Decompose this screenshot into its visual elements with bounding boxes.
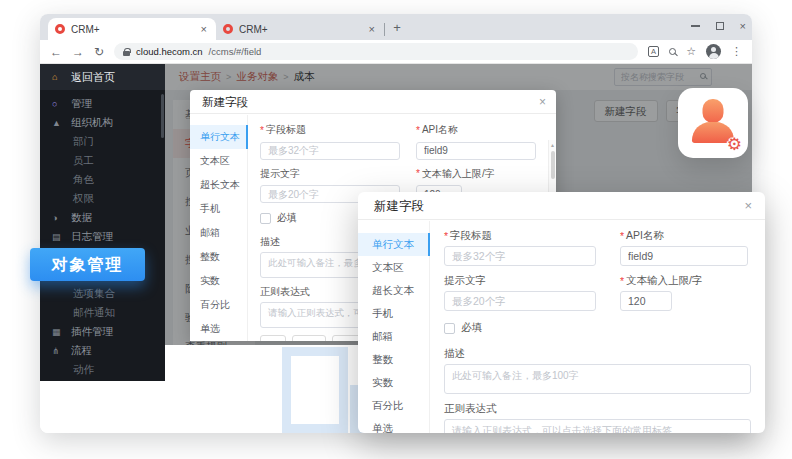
tab-title: CRM+ bbox=[71, 24, 199, 35]
sidebar-item[interactable]: ◑数据 bbox=[40, 208, 165, 227]
field-type-tab[interactable]: 文本区 bbox=[190, 149, 247, 173]
required-asterisk: * bbox=[444, 230, 448, 242]
browser-tab-active[interactable]: CRM+ × bbox=[48, 18, 216, 40]
field-type-tab[interactable]: 实数 bbox=[358, 371, 429, 394]
sidebar-item[interactable]: ⋔流程 bbox=[40, 341, 165, 360]
sidebar-item[interactable]: 部门 bbox=[40, 132, 165, 151]
scrollbar-thumb[interactable] bbox=[551, 151, 555, 179]
crm-favicon-icon bbox=[223, 24, 233, 34]
field-type-tab[interactable]: 单选 bbox=[358, 417, 429, 433]
data-icon: ◑ bbox=[52, 213, 67, 223]
api-name-input[interactable] bbox=[416, 142, 536, 160]
sidebar-item-label: 管理 bbox=[71, 97, 92, 111]
required-asterisk: * bbox=[260, 125, 264, 136]
log-icon: ▤ bbox=[52, 232, 67, 242]
field-type-tab[interactable]: 多选 bbox=[190, 341, 247, 345]
sidebar-item[interactable]: ⌂返回首页 bbox=[40, 64, 165, 90]
url-bar: ← → ↻ cloud.hecom.cn/ccms/#/field A ☆ ⋮ bbox=[40, 40, 752, 64]
maximize-button[interactable] bbox=[716, 22, 724, 30]
api-name-input[interactable] bbox=[620, 246, 748, 266]
address-input[interactable]: cloud.hecom.cn/ccms/#/field bbox=[114, 43, 638, 60]
zoom-search-icon[interactable] bbox=[669, 48, 676, 55]
sidebar-item[interactable]: ▦插件管理 bbox=[40, 322, 165, 341]
field-type-tab[interactable]: 邮箱 bbox=[358, 325, 429, 348]
field-title-input[interactable] bbox=[260, 142, 400, 160]
translate-icon[interactable]: A bbox=[648, 46, 659, 57]
tab-close-icon[interactable]: × bbox=[199, 23, 209, 36]
sidebar-item[interactable]: 邮件通知 bbox=[40, 303, 165, 322]
field-type-tab[interactable]: 文本区 bbox=[358, 256, 429, 279]
browser-menu-icon[interactable]: ⋮ bbox=[731, 46, 742, 57]
forward-icon[interactable]: → bbox=[72, 46, 84, 58]
reload-icon[interactable]: ↻ bbox=[94, 46, 104, 58]
field-type-tab[interactable]: 邮箱 bbox=[190, 221, 247, 245]
text-limit-label: 文本输入上限/字 bbox=[422, 167, 495, 181]
field-type-tab[interactable]: 超长文本 bbox=[358, 279, 429, 302]
field-type-tab[interactable]: 整数 bbox=[190, 245, 247, 269]
sidebar-item[interactable]: 员工 bbox=[40, 151, 165, 170]
sidebar-item[interactable]: ▲组织机构 bbox=[40, 113, 165, 132]
hint-text-label: 提示文字 bbox=[444, 274, 486, 288]
profile-avatar[interactable] bbox=[706, 44, 721, 59]
regex-tag-chip[interactable] bbox=[260, 335, 286, 341]
field-type-tab[interactable]: 百分比 bbox=[190, 293, 247, 317]
field-type-tab-label: 手机 bbox=[200, 203, 220, 214]
sidebar-item[interactable]: 选项集合 bbox=[40, 284, 165, 303]
minimize-button[interactable] bbox=[691, 25, 700, 27]
sidebar-item[interactable]: 审批流程 bbox=[40, 379, 165, 381]
marketing-canvas: CRM+ × CRM+ × + × ← → ↻ cloud.hecom.cn/c bbox=[0, 0, 792, 459]
field-type-tab[interactable]: 百分比 bbox=[358, 394, 429, 417]
lock-icon bbox=[123, 51, 130, 56]
regex-tag-chip[interactable] bbox=[292, 335, 326, 341]
sidebar-item[interactable]: ▤日志管理 bbox=[40, 227, 165, 246]
regex-textarea[interactable] bbox=[444, 419, 751, 433]
sidebar-item[interactable]: 动作 bbox=[40, 360, 165, 379]
required-checkbox[interactable] bbox=[260, 213, 271, 224]
field-type-tab-label: 百分比 bbox=[372, 399, 404, 411]
sidebar-item-label: 返回首页 bbox=[71, 70, 115, 85]
tab-strip: CRM+ × CRM+ × + × bbox=[40, 14, 752, 40]
text-limit-label: 文本输入上限/字 bbox=[626, 274, 702, 288]
field-title-input[interactable] bbox=[444, 246, 596, 266]
field-type-tab[interactable]: 单行文本 bbox=[190, 125, 247, 149]
text-limit-input[interactable] bbox=[620, 291, 672, 311]
flow-icon: ⋔ bbox=[52, 346, 67, 356]
required-asterisk: * bbox=[620, 230, 624, 242]
dialog-close-icon[interactable]: × bbox=[539, 90, 546, 114]
admin-sidebar: ⌂返回首页○管理▲组织机构部门员工角色权限◑数据▤日志管理◎平台工具对象管理选项… bbox=[40, 64, 165, 381]
object-management-callout[interactable]: 对象管理 bbox=[30, 248, 145, 281]
crm-favicon-icon bbox=[55, 24, 65, 34]
window-controls: × bbox=[691, 14, 746, 38]
hint-text-input[interactable] bbox=[444, 291, 596, 311]
field-type-tab[interactable]: 整数 bbox=[358, 348, 429, 371]
field-type-tab-label: 文本区 bbox=[372, 261, 404, 273]
browser-tab[interactable]: CRM+ × bbox=[216, 18, 384, 40]
field-title-label: 字段标题 bbox=[266, 123, 306, 137]
field-type-tab[interactable]: 手机 bbox=[190, 197, 247, 221]
sidebar-item-label: 角色 bbox=[73, 173, 94, 187]
field-type-tab[interactable]: 超长文本 bbox=[190, 173, 247, 197]
field-type-tab[interactable]: 实数 bbox=[190, 269, 247, 293]
required-asterisk: * bbox=[416, 168, 420, 179]
field-type-tab[interactable]: 手机 bbox=[358, 302, 429, 325]
description-textarea[interactable] bbox=[444, 364, 751, 394]
sidebar-scrollbar[interactable] bbox=[161, 94, 164, 138]
back-icon[interactable]: ← bbox=[50, 46, 62, 58]
sidebar-item-label: 员工 bbox=[73, 154, 94, 168]
sidebar-item[interactable]: 角色 bbox=[40, 170, 165, 189]
hint-text-label: 提示文字 bbox=[260, 167, 300, 181]
required-checkbox[interactable] bbox=[444, 323, 455, 334]
bookmark-star-icon[interactable]: ☆ bbox=[686, 46, 696, 57]
tab-title: CRM+ bbox=[239, 24, 367, 35]
field-type-tab-label: 超长文本 bbox=[372, 284, 414, 296]
sidebar-item[interactable]: ○管理 bbox=[40, 94, 165, 113]
scroll-up-icon[interactable]: ▲ bbox=[550, 142, 555, 148]
close-window-button[interactable]: × bbox=[740, 21, 746, 32]
tab-close-icon[interactable]: × bbox=[367, 23, 377, 36]
field-type-tab[interactable]: 单行文本 bbox=[358, 233, 429, 256]
dialog-close-icon[interactable]: × bbox=[744, 192, 752, 220]
field-type-tab[interactable]: 单选 bbox=[190, 317, 247, 341]
new-tab-button[interactable]: + bbox=[385, 18, 409, 40]
field-title-label: 字段标题 bbox=[450, 229, 492, 243]
sidebar-item[interactable]: 权限 bbox=[40, 189, 165, 208]
